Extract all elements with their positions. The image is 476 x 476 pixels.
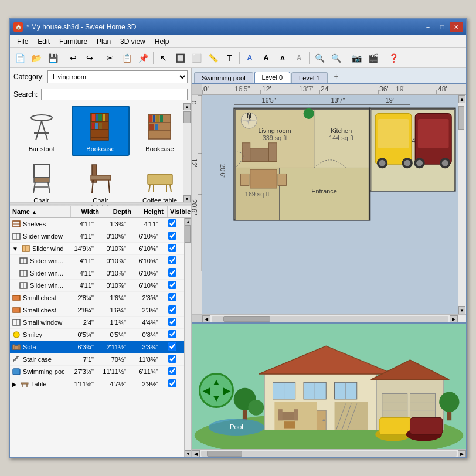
table-row[interactable]: Smiley 0'5¼" 0'5¼" 0'8¼" [10,329,184,341]
tb-help[interactable]: ❓ [386,50,401,66]
visible-checkbox-sc1[interactable] [168,293,176,301]
tb-label-a2[interactable]: A [259,50,274,66]
header-height[interactable]: Height [135,206,168,217]
row-visible-smiley[interactable] [161,329,184,341]
hscroll-left[interactable]: ◀ [202,315,210,322]
menu-plan[interactable]: Plan [92,36,115,47]
tb-save[interactable]: 💾 [45,50,60,66]
tb-wall[interactable]: 🔲 [172,50,188,66]
row-visible-sofa[interactable] [161,341,184,353]
tb-new[interactable]: 📄 [12,50,28,66]
table-row[interactable]: Shelves 4'11" 1'3¾" 4'11" [10,218,184,230]
row-visible-sc2[interactable] [161,304,184,316]
tb-video[interactable]: 🎬 [365,50,380,66]
table-row[interactable]: Stair case 7'1" 70½" 11'8⅜" [10,353,184,366]
row-visible-smw[interactable] [161,317,184,328]
visible-checkbox-sofa[interactable] [168,342,176,351]
table-row[interactable]: ▶ Table 1'11⅝" 4'7½" 2'9½" [10,378,184,390]
table-row-selected[interactable]: Sofa 6'3¾" 2'11½" 3'3¾" [10,341,184,353]
scroll-up-btn[interactable]: ▲ [185,218,191,225]
row-visible-sc1[interactable] [161,292,184,304]
table-row[interactable]: Slider win... 4'11" 0'10⅞" 6'10⅝" [10,255,184,267]
furniture-item-chair-2[interactable]: Chair [72,157,130,203]
visible-checkbox-table[interactable] [168,379,176,387]
tb-dimension[interactable]: 📏 [205,50,220,66]
nav-up-arrow[interactable]: ▲ [212,377,221,387]
visible-checkbox-swc1[interactable] [168,256,176,264]
plan-vscroll-down[interactable]: ▼ [458,306,465,314]
tb-cut[interactable]: ✂ [103,50,118,66]
visible-checkbox-smw[interactable] [168,318,176,326]
minimize-button[interactable]: − [421,22,434,32]
tab-swimming-pool[interactable]: Swimming pool [194,72,253,83]
close-button[interactable]: ✕ [450,22,463,32]
tb-text[interactable]: T [222,50,237,66]
tb-redo[interactable]: ↪ [82,50,97,66]
menu-file[interactable]: File [12,36,33,47]
furniture-item-coffee-table[interactable]: Coffee table [131,157,189,203]
plan-vscroll-thumb[interactable] [458,106,464,130]
tb-select[interactable]: ↖ [156,50,171,66]
visible-checkbox-swg[interactable] [168,244,176,252]
plan-vscroll[interactable]: ▲ ▼ [458,95,466,314]
furniture-item-bar-stool[interactable]: Bar stool [12,106,70,156]
visible-checkbox-swc3[interactable] [168,281,176,289]
3d-hscroll-left[interactable]: ◀ [192,450,200,457]
scroll-down-btn[interactable]: ▼ [185,450,191,457]
visible-checkbox-pool[interactable] [168,367,176,375]
3d-hscroll-thumb[interactable] [207,451,242,457]
nav-down-arrow[interactable]: ▼ [212,393,221,404]
table-row[interactable]: Small chest 2'8¼" 1'6¼" 2'3⅝" [10,304,184,317]
tb-room[interactable]: ⬜ [189,50,204,66]
tb-zoom-out[interactable]: 🔍 [328,50,344,66]
tb-paste[interactable]: 📌 [135,50,151,66]
tab-level1[interactable]: Level 1 [291,72,327,83]
table-row[interactable]: Slider win... 4'11" 0'10⅞" 6'10⅝" [10,280,184,292]
hscroll-right[interactable]: ▶ [450,315,458,322]
tb-photo[interactable]: 📷 [349,50,364,66]
row-visible-stair[interactable] [161,353,184,365]
tab-level0[interactable]: Level 0 [254,72,290,83]
floor-plan-canvas[interactable]: 16'5" 13'7" 19' 20'6" [202,95,458,314]
furniture-item-bookcase-2[interactable]: Bookcase [131,106,189,156]
tab-add-button[interactable]: + [329,69,344,83]
tb-zoom-in[interactable]: 🔍 [312,50,327,66]
nav-left-arrow[interactable]: ◀ [203,385,210,396]
tb-copy[interactable]: 📋 [119,50,134,66]
menu-edit[interactable]: Edit [33,36,55,47]
tb-label-a1[interactable]: A [242,50,257,66]
maximize-button[interactable]: □ [436,22,448,32]
grid-scrollbar[interactable]: ▲ ▼ [183,103,191,202]
3d-hscroll-right[interactable]: ▶ [458,450,466,457]
table-row[interactable]: Small window 2'4" 1'1¾" 4'4¾" [10,317,184,329]
plan-vscroll-up[interactable]: ▲ [458,95,465,103]
tb-label-a4[interactable]: A [291,50,307,66]
menu-help[interactable]: Help [150,36,174,47]
furniture-item-bookcase-1[interactable]: Bookcase [72,106,130,156]
row-visible-table[interactable] [161,378,184,390]
row-visible-swg[interactable] [161,243,184,254]
menu-3dview[interactable]: 3D view [115,36,150,47]
row-visible-swc2[interactable] [161,267,184,279]
header-visible[interactable]: Visible [168,206,191,217]
furniture-item-chair-1[interactable]: Chair [12,157,70,203]
header-depth[interactable]: Depth [103,206,135,217]
tb-label-a3[interactable]: A [275,50,290,66]
table-row[interactable]: Swimming pool 27'3½" 11'11½" 6'11¾" [10,366,184,378]
visible-checkbox-sw1[interactable] [168,232,176,240]
row-visible-sw1[interactable] [161,230,184,242]
hscroll-thumb[interactable] [223,316,270,322]
row-visible-swc1[interactable] [161,255,184,267]
visible-checkbox-shelves[interactable] [168,219,176,227]
category-select[interactable]: Living room Bedroom Kitchen Bathroom [47,70,188,83]
tb-undo[interactable]: ↩ [66,50,81,66]
search-input[interactable] [41,89,188,100]
row-visible-shelves[interactable] [161,218,184,230]
tb-open[interactable]: 📂 [29,50,44,66]
header-width[interactable]: Width [71,206,103,217]
row-visible-pool[interactable] [161,366,184,378]
nav-right-arrow[interactable]: ▶ [223,385,230,396]
visible-checkbox-smiley[interactable] [168,330,176,338]
row-visible-swc3[interactable] [161,280,184,291]
table-row[interactable]: Slider window 4'11" 0'10⅝" 6'10⅝" [10,230,184,243]
